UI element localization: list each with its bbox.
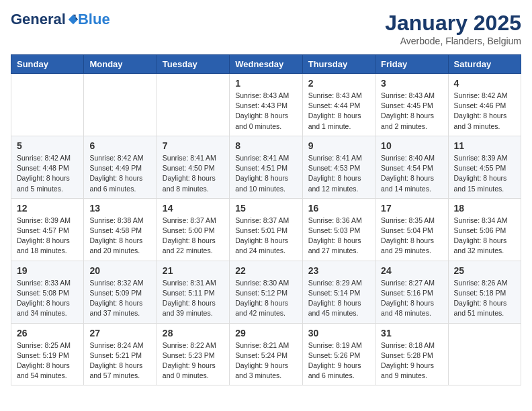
calendar-cell: 5Sunrise: 8:42 AM Sunset: 4:48 PM Daylig… (11, 136, 84, 198)
day-info: Sunrise: 8:29 AM Sunset: 5:14 PM Dayligh… (308, 278, 369, 319)
calendar-cell: 4Sunrise: 8:42 AM Sunset: 4:46 PM Daylig… (448, 74, 521, 136)
day-number: 25 (454, 265, 515, 276)
calendar-cell: 30Sunrise: 8:19 AM Sunset: 5:26 PM Dayli… (302, 323, 375, 385)
calendar-cell: 19Sunrise: 8:33 AM Sunset: 5:08 PM Dayli… (11, 261, 84, 323)
day-info: Sunrise: 8:37 AM Sunset: 5:01 PM Dayligh… (235, 216, 296, 257)
day-info: Sunrise: 8:38 AM Sunset: 4:58 PM Dayligh… (89, 216, 150, 257)
calendar-cell: 15Sunrise: 8:37 AM Sunset: 5:01 PM Dayli… (230, 198, 302, 261)
calendar-week-row: 19Sunrise: 8:33 AM Sunset: 5:08 PM Dayli… (11, 261, 521, 323)
logo-general-text: General (11, 11, 66, 28)
calendar-cell: 18Sunrise: 8:34 AM Sunset: 5:06 PM Dayli… (448, 198, 521, 261)
weekday-header-monday: Monday (84, 55, 157, 74)
calendar-week-row: 12Sunrise: 8:39 AM Sunset: 4:57 PM Dayli… (11, 198, 521, 261)
day-number: 17 (381, 203, 442, 214)
day-info: Sunrise: 8:33 AM Sunset: 5:08 PM Dayligh… (17, 278, 78, 319)
calendar-cell: 27Sunrise: 8:24 AM Sunset: 5:21 PM Dayli… (84, 323, 157, 385)
page-header: General Blue January 2025 Averbode, Flan… (11, 11, 521, 46)
day-number: 3 (381, 78, 442, 89)
day-number: 2 (308, 78, 369, 89)
day-info: Sunrise: 8:40 AM Sunset: 4:54 PM Dayligh… (381, 153, 442, 194)
day-number: 7 (163, 140, 224, 151)
day-number: 8 (235, 140, 296, 151)
calendar-cell: 9Sunrise: 8:41 AM Sunset: 4:53 PM Daylig… (302, 136, 375, 198)
calendar-cell: 13Sunrise: 8:38 AM Sunset: 4:58 PM Dayli… (84, 198, 157, 261)
day-number: 16 (308, 203, 369, 214)
day-info: Sunrise: 8:35 AM Sunset: 5:04 PM Dayligh… (381, 216, 442, 257)
weekday-header-friday: Friday (375, 55, 448, 74)
calendar-week-row: 1Sunrise: 8:43 AM Sunset: 4:43 PM Daylig… (11, 74, 521, 136)
weekday-header-sunday: Sunday (11, 55, 84, 74)
day-number: 19 (17, 265, 78, 276)
day-info: Sunrise: 8:25 AM Sunset: 5:19 PM Dayligh… (17, 340, 78, 381)
day-info: Sunrise: 8:24 AM Sunset: 5:21 PM Dayligh… (89, 340, 150, 381)
day-info: Sunrise: 8:31 AM Sunset: 5:11 PM Dayligh… (163, 278, 224, 319)
day-number: 6 (89, 140, 150, 151)
day-number: 14 (163, 203, 224, 214)
calendar-cell: 16Sunrise: 8:36 AM Sunset: 5:03 PM Dayli… (302, 198, 375, 261)
day-number: 30 (308, 328, 369, 338)
calendar-cell: 8Sunrise: 8:41 AM Sunset: 4:51 PM Daylig… (230, 136, 302, 198)
day-info: Sunrise: 8:39 AM Sunset: 4:55 PM Dayligh… (454, 153, 515, 194)
calendar-cell: 26Sunrise: 8:25 AM Sunset: 5:19 PM Dayli… (11, 323, 84, 385)
day-info: Sunrise: 8:43 AM Sunset: 4:43 PM Dayligh… (235, 91, 296, 132)
day-number: 29 (235, 328, 296, 338)
calendar-cell: 23Sunrise: 8:29 AM Sunset: 5:14 PM Dayli… (302, 261, 375, 323)
day-info: Sunrise: 8:43 AM Sunset: 4:44 PM Dayligh… (308, 91, 369, 132)
day-number: 22 (235, 265, 296, 276)
calendar-cell: 29Sunrise: 8:21 AM Sunset: 5:24 PM Dayli… (230, 323, 302, 385)
calendar-cell: 24Sunrise: 8:27 AM Sunset: 5:16 PM Dayli… (375, 261, 448, 323)
day-number: 28 (163, 328, 224, 338)
calendar-cell: 12Sunrise: 8:39 AM Sunset: 4:57 PM Dayli… (11, 198, 84, 261)
calendar-week-row: 5Sunrise: 8:42 AM Sunset: 4:48 PM Daylig… (11, 136, 521, 198)
day-number: 21 (163, 265, 224, 276)
calendar-cell: 10Sunrise: 8:40 AM Sunset: 4:54 PM Dayli… (375, 136, 448, 198)
day-info: Sunrise: 8:30 AM Sunset: 5:12 PM Dayligh… (235, 278, 296, 319)
calendar-cell (448, 323, 521, 385)
calendar-cell: 3Sunrise: 8:43 AM Sunset: 4:45 PM Daylig… (375, 74, 448, 136)
logo-blue-text: Blue (78, 11, 110, 28)
month-title: January 2025 (385, 11, 521, 36)
day-info: Sunrise: 8:21 AM Sunset: 5:24 PM Dayligh… (235, 340, 296, 381)
calendar-table: SundayMondayTuesdayWednesdayThursdayFrid… (11, 54, 521, 385)
day-info: Sunrise: 8:32 AM Sunset: 5:09 PM Dayligh… (89, 278, 150, 319)
weekday-header-tuesday: Tuesday (157, 55, 229, 74)
calendar-cell: 21Sunrise: 8:31 AM Sunset: 5:11 PM Dayli… (157, 261, 229, 323)
day-number: 31 (381, 328, 442, 338)
day-info: Sunrise: 8:41 AM Sunset: 4:50 PM Dayligh… (163, 153, 224, 194)
day-number: 15 (235, 203, 296, 214)
calendar-cell: 2Sunrise: 8:43 AM Sunset: 4:44 PM Daylig… (302, 74, 375, 136)
calendar-cell: 31Sunrise: 8:18 AM Sunset: 5:28 PM Dayli… (375, 323, 448, 385)
day-info: Sunrise: 8:41 AM Sunset: 4:51 PM Dayligh… (235, 153, 296, 194)
day-number: 1 (235, 78, 296, 89)
calendar-cell: 17Sunrise: 8:35 AM Sunset: 5:04 PM Dayli… (375, 198, 448, 261)
day-info: Sunrise: 8:42 AM Sunset: 4:48 PM Dayligh… (17, 153, 78, 194)
calendar-cell (84, 74, 157, 136)
logo: General Blue (11, 11, 110, 28)
day-number: 18 (454, 203, 515, 214)
day-info: Sunrise: 8:22 AM Sunset: 5:23 PM Dayligh… (163, 340, 224, 381)
day-info: Sunrise: 8:39 AM Sunset: 4:57 PM Dayligh… (17, 216, 78, 257)
day-info: Sunrise: 8:36 AM Sunset: 5:03 PM Dayligh… (308, 216, 369, 257)
calendar-cell: 1Sunrise: 8:43 AM Sunset: 4:43 PM Daylig… (230, 74, 302, 136)
day-number: 10 (381, 140, 442, 151)
calendar-cell (157, 74, 229, 136)
calendar-cell: 28Sunrise: 8:22 AM Sunset: 5:23 PM Dayli… (157, 323, 229, 385)
title-block: January 2025 Averbode, Flanders, Belgium (385, 11, 521, 46)
weekday-header-wednesday: Wednesday (230, 55, 302, 74)
calendar-cell: 25Sunrise: 8:26 AM Sunset: 5:18 PM Dayli… (448, 261, 521, 323)
weekday-header-row: SundayMondayTuesdayWednesdayThursdayFrid… (11, 55, 521, 74)
day-info: Sunrise: 8:42 AM Sunset: 4:49 PM Dayligh… (89, 153, 150, 194)
day-info: Sunrise: 8:18 AM Sunset: 5:28 PM Dayligh… (381, 340, 442, 381)
day-number: 9 (308, 140, 369, 151)
day-number: 27 (89, 328, 150, 338)
day-info: Sunrise: 8:26 AM Sunset: 5:18 PM Dayligh… (454, 278, 515, 319)
day-number: 13 (89, 203, 150, 214)
day-info: Sunrise: 8:27 AM Sunset: 5:16 PM Dayligh… (381, 278, 442, 319)
day-info: Sunrise: 8:34 AM Sunset: 5:06 PM Dayligh… (454, 216, 515, 257)
day-info: Sunrise: 8:43 AM Sunset: 4:45 PM Dayligh… (381, 91, 442, 132)
weekday-header-thursday: Thursday (302, 55, 375, 74)
day-info: Sunrise: 8:41 AM Sunset: 4:53 PM Dayligh… (308, 153, 369, 194)
day-number: 26 (17, 328, 78, 338)
day-number: 4 (454, 78, 515, 89)
calendar-cell: 20Sunrise: 8:32 AM Sunset: 5:09 PM Dayli… (84, 261, 157, 323)
